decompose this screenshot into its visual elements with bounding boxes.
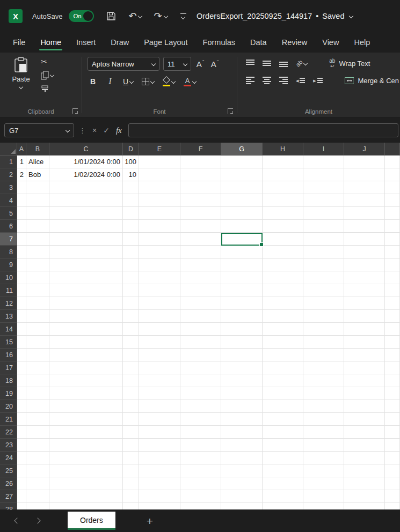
undo-button[interactable]: ↶: [128, 11, 142, 21]
row-header-23[interactable]: 23: [0, 439, 17, 452]
cell-G26[interactable]: [221, 477, 263, 490]
cell-E7[interactable]: [139, 233, 180, 246]
cell-D8[interactable]: [123, 246, 139, 258]
cell-H28[interactable]: [263, 503, 303, 509]
add-sheet-button[interactable]: +: [143, 515, 156, 527]
cell-H2[interactable]: [263, 168, 303, 181]
cancel-button[interactable]: ×: [92, 126, 97, 135]
row-header-26[interactable]: 26: [0, 477, 17, 490]
cell-C9[interactable]: [49, 258, 123, 271]
cell-I5[interactable]: [303, 207, 344, 220]
cell-G25[interactable]: [221, 464, 263, 477]
row-header-10[interactable]: 10: [0, 271, 17, 284]
cell-J7[interactable]: [344, 233, 385, 246]
cell-A8[interactable]: [17, 246, 26, 258]
cell-C3[interactable]: [49, 181, 123, 194]
cell-G1[interactable]: [221, 156, 263, 168]
document-title[interactable]: OrdersExport_20250925_144917 • Saved: [197, 0, 353, 32]
cell-I2[interactable]: [303, 168, 344, 181]
cell-B9[interactable]: [26, 258, 49, 271]
cell-H8[interactable]: [263, 246, 303, 258]
menu-tab-page-layout[interactable]: Page Layout: [136, 32, 195, 53]
font-name-combo[interactable]: Aptos Narrow: [88, 57, 159, 71]
cell-G10[interactable]: [221, 271, 263, 284]
align-right-button[interactable]: [278, 74, 289, 87]
cell-I28[interactable]: [303, 503, 344, 509]
cell-K20[interactable]: [385, 400, 400, 413]
cell-D6[interactable]: [123, 220, 139, 233]
column-header-g[interactable]: G: [221, 143, 263, 156]
cell-D23[interactable]: [123, 439, 139, 452]
row-header-7[interactable]: 7: [0, 233, 17, 246]
cell-D10[interactable]: [123, 271, 139, 284]
cell-J18[interactable]: [344, 374, 385, 387]
cell-E6[interactable]: [139, 220, 180, 233]
cell-I15[interactable]: [303, 336, 344, 349]
cell-G5[interactable]: [221, 207, 263, 220]
cell-G8[interactable]: [221, 246, 263, 258]
cell-I16[interactable]: [303, 349, 344, 361]
cell-J17[interactable]: [344, 361, 385, 374]
row-header-2[interactable]: 2: [0, 168, 17, 181]
cell-F23[interactable]: [180, 439, 221, 452]
align-top-button[interactable]: [245, 57, 256, 70]
cell-H15[interactable]: [263, 336, 303, 349]
cell-H19[interactable]: [263, 387, 303, 400]
cell-F17[interactable]: [180, 361, 221, 374]
cell-G14[interactable]: [221, 323, 263, 336]
font-color-button[interactable]: A: [183, 75, 197, 88]
cell-J3[interactable]: [344, 181, 385, 194]
cell-D28[interactable]: [123, 503, 139, 509]
menu-tab-help[interactable]: Help: [346, 32, 377, 53]
cell-I11[interactable]: [303, 284, 344, 297]
cell-G27[interactable]: [221, 490, 263, 503]
cell-J25[interactable]: [344, 464, 385, 477]
cell-C18[interactable]: [49, 374, 123, 387]
cell-A21[interactable]: [17, 413, 26, 426]
cell-H4[interactable]: [263, 194, 303, 207]
cell-A26[interactable]: [17, 477, 26, 490]
cell-K14[interactable]: [385, 323, 400, 336]
cell-B16[interactable]: [26, 349, 49, 361]
cell-E27[interactable]: [139, 490, 180, 503]
cell-C2[interactable]: 1/02/2024 0:00: [49, 168, 123, 181]
cell-C1[interactable]: 1/01/2024 0:00: [49, 156, 123, 168]
cell-E16[interactable]: [139, 349, 180, 361]
cell-K1[interactable]: [385, 156, 400, 168]
cell-F27[interactable]: [180, 490, 221, 503]
cell-D4[interactable]: [123, 194, 139, 207]
decrease-font-size-button[interactable]: Aˇ: [209, 57, 220, 70]
cell-K19[interactable]: [385, 387, 400, 400]
cell-K7[interactable]: [385, 233, 400, 246]
cell-C6[interactable]: [49, 220, 123, 233]
cell-F22[interactable]: [180, 426, 221, 439]
cell-D5[interactable]: [123, 207, 139, 220]
cell-I22[interactable]: [303, 426, 344, 439]
cell-I4[interactable]: [303, 194, 344, 207]
cell-D12[interactable]: [123, 297, 139, 310]
cell-A16[interactable]: [17, 349, 26, 361]
column-header-a[interactable]: A: [17, 143, 26, 156]
underline-button[interactable]: U: [122, 75, 134, 88]
cell-G16[interactable]: [221, 349, 263, 361]
cell-C23[interactable]: [49, 439, 123, 452]
cell-K13[interactable]: [385, 310, 400, 323]
cell-J14[interactable]: [344, 323, 385, 336]
cell-A13[interactable]: [17, 310, 26, 323]
cell-H20[interactable]: [263, 400, 303, 413]
cell-K11[interactable]: [385, 284, 400, 297]
font-size-combo[interactable]: 11: [163, 57, 191, 71]
cell-E20[interactable]: [139, 400, 180, 413]
cell-F14[interactable]: [180, 323, 221, 336]
cell-A6[interactable]: [17, 220, 26, 233]
cell-C15[interactable]: [49, 336, 123, 349]
cell-E28[interactable]: [139, 503, 180, 509]
cell-F2[interactable]: [180, 168, 221, 181]
cell-D20[interactable]: [123, 400, 139, 413]
increase-font-size-button[interactable]: Aˆ: [195, 57, 206, 70]
cell-I25[interactable]: [303, 464, 344, 477]
cell-J12[interactable]: [344, 297, 385, 310]
cell-K8[interactable]: [385, 246, 400, 258]
enter-button[interactable]: ✓: [103, 126, 110, 135]
cell-I26[interactable]: [303, 477, 344, 490]
